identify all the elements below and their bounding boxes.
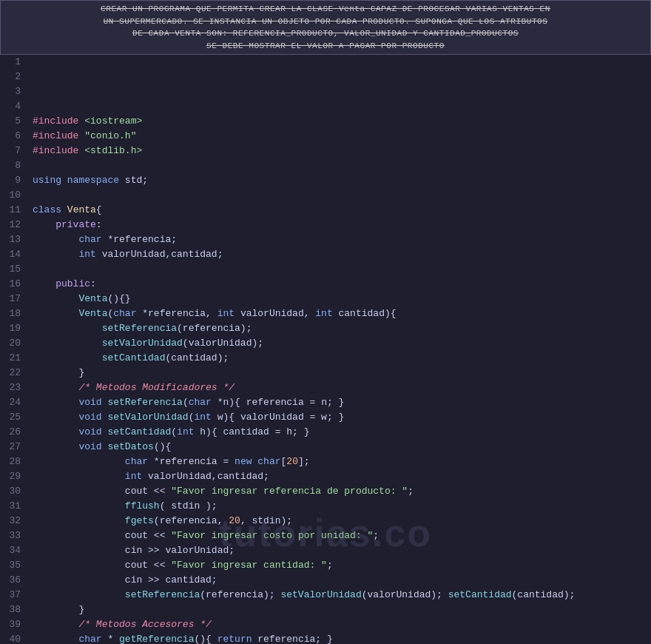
tooltip-line-4: SE DEBE MOSTRAR EL VALOR A PAGAR POR PRO… <box>7 40 644 53</box>
code-line: char *referencia = new char[20]; <box>33 455 651 469</box>
code-line <box>33 99 651 114</box>
code-line <box>33 158 651 173</box>
code-line: Venta(char *referencia, int valorUnidad,… <box>33 306 651 321</box>
code-line: #include <iostream> <box>33 114 651 129</box>
code-line: fflush( stdin ); <box>33 499 651 514</box>
code-line: setValorUnidad(valorUnidad); <box>33 336 651 351</box>
code-line: /* Metodos Accesores */ <box>33 617 651 632</box>
code-line <box>33 84 651 99</box>
code-line: #include "conio.h" <box>33 129 651 144</box>
code-line: class Venta{ <box>33 203 651 218</box>
code-content[interactable]: #include <iostream> #include "conio.h" #… <box>28 55 651 644</box>
tooltip-line-3: DE CADA VENTA SON: REFERENCIA_PRODUCTO, … <box>7 27 644 40</box>
code-line: setReferencia(referencia); setValorUnida… <box>33 588 651 603</box>
editor: CREAR UN PROGRAMA QUE PERMITA CREAR LA C… <box>0 0 651 644</box>
code-line: cout << "Favor ingresar cantidad: "; <box>33 558 651 573</box>
code-line: setCantidad(cantidad); <box>33 351 651 366</box>
code-line: char *referencia; <box>33 232 651 247</box>
line-numbers: 12345 678910 1112131415 1617181920 21222… <box>0 55 28 644</box>
code-line: setReferencia(referencia); <box>33 321 651 336</box>
code-line: public: <box>33 277 651 292</box>
code-line: void setDatos(){ <box>33 440 651 455</box>
code-line: int valorUnidad,cantidad; <box>33 247 651 262</box>
code-line: cout << "Favor ingresar costo por unidad… <box>33 529 651 543</box>
code-line: cin >> valorUnidad; <box>33 543 651 558</box>
code-line: char * getReferencia(){ return referenci… <box>33 632 651 644</box>
code-line: fgets(referencia, 20, stdin); <box>33 514 651 529</box>
tooltip-line-1: CREAR UN PROGRAMA QUE PERMITA CREAR LA C… <box>7 3 644 16</box>
code-line: /* Metodos Modificadores */ <box>33 380 651 395</box>
code-area: 12345 678910 1112131415 1617181920 21222… <box>0 55 651 644</box>
code-line: void setValorUnidad(int w){ valorUnidad … <box>33 410 651 425</box>
code-line: private: <box>33 218 651 232</box>
code-line: Venta(){} <box>33 292 651 306</box>
code-line: #include <stdlib.h> <box>33 144 651 158</box>
tooltip-line-2: UN SUPERMERCADO. SE INSTANCIA UN OBJETO … <box>7 16 644 28</box>
code-line <box>33 188 651 203</box>
code-line: int valorUnidad,cantidad; <box>33 469 651 484</box>
code-line: void setCantidad(int h){ cantidad = h; } <box>33 425 651 440</box>
code-line: using namespace std; <box>33 173 651 188</box>
code-line: cin >> cantidad; <box>33 573 651 588</box>
code-line <box>33 55 651 70</box>
code-line: } <box>33 366 651 380</box>
tooltip-banner: CREAR UN PROGRAMA QUE PERMITA CREAR LA C… <box>0 0 651 55</box>
code-line <box>33 70 651 84</box>
code-line: } <box>33 603 651 617</box>
code-line: void setReferencia(char *n){ referencia … <box>33 395 651 410</box>
code-line <box>33 262 651 277</box>
code-line: cout << "Favor ingresar referencia de pr… <box>33 484 651 499</box>
